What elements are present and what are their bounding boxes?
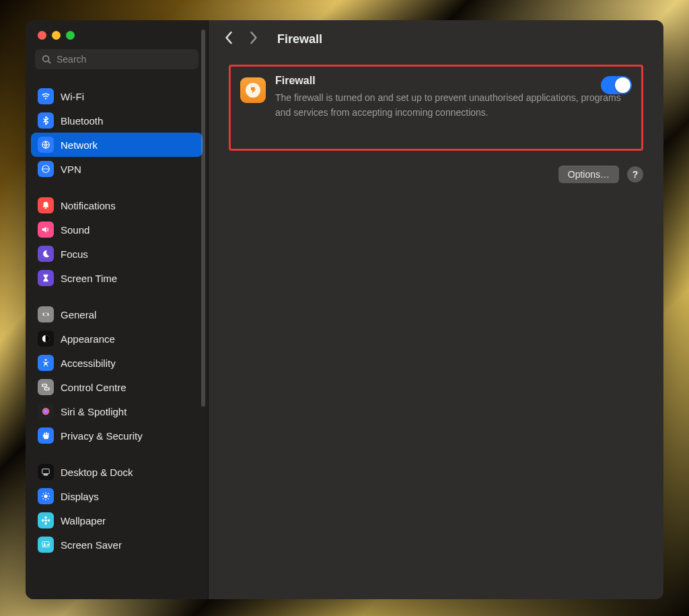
sidebar-item-notifications[interactable]: Notifications xyxy=(31,193,203,217)
hourglass-icon xyxy=(38,270,54,286)
search-input[interactable] xyxy=(57,54,192,65)
sidebar-item-label: General xyxy=(61,309,96,320)
sidebar-scrollbar[interactable] xyxy=(201,30,205,407)
svg-point-6 xyxy=(45,359,47,361)
options-button[interactable]: Options… xyxy=(558,166,619,183)
accessibility-icon xyxy=(38,355,54,371)
firewall-toggle[interactable] xyxy=(601,76,632,94)
svg-rect-11 xyxy=(44,475,48,476)
sidebar-item-siri[interactable]: Siri & Spotlight xyxy=(31,399,203,423)
svg-point-0 xyxy=(43,56,49,62)
wifi-icon xyxy=(38,88,54,104)
sidebar-item-general[interactable]: General xyxy=(31,302,203,327)
sidebar-item-label: Displays xyxy=(61,491,99,502)
appearance-icon xyxy=(38,331,54,347)
svg-line-1 xyxy=(48,61,51,64)
help-button[interactable]: ? xyxy=(627,166,643,182)
page-title: Firewall xyxy=(277,32,322,46)
toggle-knob xyxy=(615,77,630,93)
sidebar-item-sound[interactable]: Sound xyxy=(31,217,203,242)
sidebar-item-label: Sound xyxy=(61,224,89,236)
sidebar-item-controlcentre[interactable]: Control Centre xyxy=(31,375,203,399)
sidebar-item-accessibility[interactable]: Accessibility xyxy=(31,351,203,375)
firewall-title: Firewall xyxy=(275,75,630,87)
bell-icon xyxy=(38,197,54,213)
search-field[interactable] xyxy=(35,49,198,69)
firewall-description: The firewall is turned on and set up to … xyxy=(275,91,625,120)
close-window-button[interactable] xyxy=(38,31,46,40)
sidebar-item-label: Screen Saver xyxy=(61,539,122,551)
svg-point-25 xyxy=(48,519,50,522)
globe-icon xyxy=(38,137,54,153)
sun-icon xyxy=(38,488,54,504)
back-button[interactable] xyxy=(225,31,240,47)
switches-icon xyxy=(38,379,54,395)
dock-icon xyxy=(38,464,54,480)
minimize-window-button[interactable] xyxy=(52,31,61,40)
toolbar: Firewall xyxy=(209,20,663,58)
svg-line-17 xyxy=(43,493,44,494)
forward-button[interactable] xyxy=(249,31,264,47)
gear-icon xyxy=(38,306,54,322)
screensaver-icon xyxy=(38,537,54,553)
svg-point-2 xyxy=(45,98,46,99)
svg-rect-8 xyxy=(44,388,49,390)
sidebar-item-privacy[interactable]: Privacy & Security xyxy=(31,423,203,448)
sidebar-item-focus[interactable]: Focus xyxy=(31,242,203,266)
sidebar-item-label: Network xyxy=(61,139,98,151)
main-pane: Firewall Firewall The firewall is turned… xyxy=(209,20,663,599)
sidebar-item-label: Focus xyxy=(61,248,88,260)
flower-icon xyxy=(38,512,54,528)
sidebar-item-label: VPN xyxy=(61,164,81,175)
sidebar-item-screensaver[interactable]: Screen Saver xyxy=(31,533,203,557)
content: Firewall The firewall is turned on and s… xyxy=(209,58,663,183)
sidebar-item-network[interactable]: Network xyxy=(31,133,203,157)
sidebar-item-label: Screen Time xyxy=(61,273,117,284)
svg-point-21 xyxy=(44,519,47,522)
search-icon xyxy=(42,55,51,64)
sidebar-item-screentime[interactable]: Screen Time xyxy=(31,266,203,290)
svg-point-24 xyxy=(42,519,44,522)
svg-point-9 xyxy=(42,408,50,415)
actions-row: Options… ? xyxy=(229,166,643,183)
sidebar-item-label: Siri & Spotlight xyxy=(61,406,126,417)
sidebar-item-label: Desktop & Dock xyxy=(61,467,133,478)
hand-icon xyxy=(38,427,54,444)
svg-rect-10 xyxy=(42,469,50,474)
sidebar-item-label: Control Centre xyxy=(61,382,126,393)
speaker-icon xyxy=(38,221,54,238)
sidebar-item-label: Privacy & Security xyxy=(61,430,143,442)
firewall-card: Firewall The firewall is turned on and s… xyxy=(229,65,643,151)
sidebar-item-label: Wallpaper xyxy=(61,515,106,526)
sidebar-nav: Wi-FiBluetoothNetworkVPNNotificationsSou… xyxy=(26,77,208,599)
sidebar-item-label: Appearance xyxy=(61,333,115,345)
svg-line-19 xyxy=(43,498,44,499)
bluetooth-icon xyxy=(38,112,54,129)
sidebar-item-wallpaper[interactable]: Wallpaper xyxy=(31,508,203,533)
svg-rect-7 xyxy=(42,384,47,387)
sidebar-item-label: Wi-Fi xyxy=(61,91,84,102)
sidebar: Wi-FiBluetoothNetworkVPNNotificationsSou… xyxy=(26,20,209,599)
svg-point-22 xyxy=(44,516,47,519)
sidebar-item-vpn[interactable]: VPN xyxy=(31,157,203,181)
sidebar-item-wifi[interactable]: Wi-Fi xyxy=(31,84,203,108)
zoom-window-button[interactable] xyxy=(66,31,75,40)
sidebar-item-displays[interactable]: Displays xyxy=(31,484,203,508)
sidebar-item-label: Notifications xyxy=(61,200,116,211)
svg-line-18 xyxy=(48,498,48,499)
sidebar-item-label: Accessibility xyxy=(61,357,116,369)
moon-icon xyxy=(38,246,54,262)
sidebar-item-label: Bluetooth xyxy=(61,115,103,127)
svg-point-12 xyxy=(44,494,47,498)
svg-line-20 xyxy=(48,493,48,494)
vpn-icon xyxy=(38,161,54,177)
window-controls xyxy=(26,20,208,49)
siri-icon xyxy=(38,403,54,419)
svg-point-23 xyxy=(44,522,47,525)
sidebar-item-bluetooth[interactable]: Bluetooth xyxy=(31,108,203,133)
firewall-icon xyxy=(240,77,266,103)
sidebar-item-desktopdock[interactable]: Desktop & Dock xyxy=(31,460,203,484)
sidebar-item-appearance[interactable]: Appearance xyxy=(31,327,203,351)
system-settings-window: Wi-FiBluetoothNetworkVPNNotificationsSou… xyxy=(26,20,663,599)
